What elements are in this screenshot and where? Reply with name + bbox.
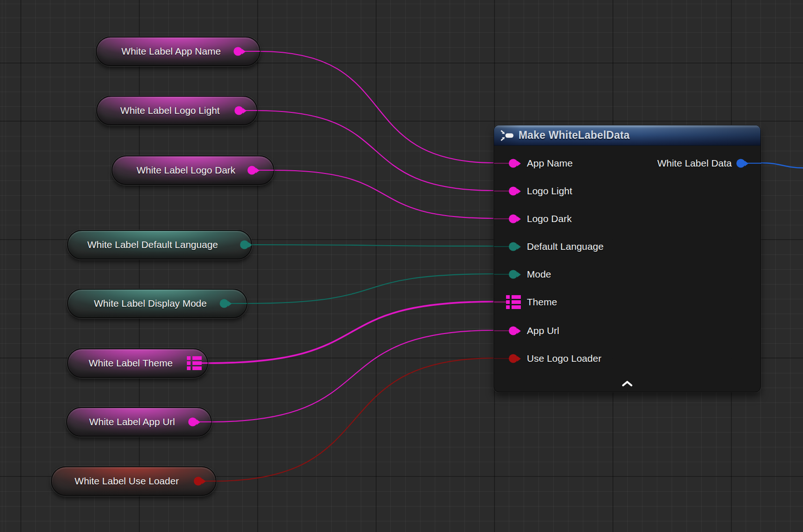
variable-node-label: White Label Use Loader	[74, 476, 192, 487]
node-get-white-label-logo-light[interactable]: White Label Logo Light	[96, 96, 258, 125]
theme-struct-input-pin[interactable]	[506, 295, 521, 309]
input-pin-label: Use Logo Loader	[527, 353, 601, 364]
mode-input-pin[interactable]	[509, 270, 518, 279]
variable-node-label: White Label Theme	[89, 358, 187, 369]
input-pin-label: Theme	[527, 297, 557, 308]
node-get-white-label-logo-dark[interactable]: White Label Logo Dark	[111, 155, 274, 185]
pin-wire-stub	[494, 358, 509, 359]
white-label-app-url-output-pin[interactable]	[188, 418, 197, 427]
input-pin-label: Default Language	[527, 241, 604, 252]
logo-light-input-pin[interactable]	[509, 187, 518, 196]
white-label-logo-light-output-pin[interactable]	[235, 106, 243, 115]
input-pin-label: App Url	[527, 325, 559, 336]
pin-wire-stub	[494, 274, 509, 275]
make-node-header[interactable]: Make WhiteLabelData	[494, 125, 760, 146]
node-get-white-label-use-loader[interactable]: White Label Use Loader	[51, 466, 216, 496]
pin-wire-stub	[741, 163, 761, 164]
node-get-white-label-app-name[interactable]: White Label App Name	[96, 37, 260, 66]
wire-0[interactable]	[259, 51, 494, 163]
output-pin-label: White Label Data	[657, 158, 732, 169]
make-node-title: Make WhiteLabelData	[519, 129, 630, 142]
input-pin-row-default-language: Default Language	[494, 237, 760, 256]
variable-node-label: White Label App Url	[89, 416, 189, 427]
wire-1[interactable]	[257, 111, 494, 191]
white-label-logo-dark-output-pin[interactable]	[247, 166, 256, 175]
pin-wire-stub	[494, 246, 509, 247]
input-pin-row-theme: Theme	[494, 293, 760, 311]
pin-wire-stub	[494, 330, 509, 331]
input-pin-row-logo-dark: Logo Dark	[494, 210, 760, 228]
white-label-theme-struct-output-pin[interactable]	[187, 356, 202, 370]
node-make-whitelabeldata[interactable]: Make WhiteLabelData App NameLogo LightLo…	[494, 125, 761, 392]
node-get-white-label-display-mode[interactable]: White Label Display Mode	[67, 289, 247, 318]
output-pin-row: White Label Data	[494, 154, 760, 173]
wire-6[interactable]	[211, 330, 494, 422]
pin-wire-stub	[494, 301, 507, 303]
wire-4[interactable]	[246, 274, 494, 303]
logo-dark-input-pin[interactable]	[509, 215, 518, 223]
pin-wire-stub	[494, 191, 509, 192]
input-pin-label: Logo Light	[527, 186, 572, 197]
app-url-input-pin[interactable]	[509, 327, 518, 335]
variable-node-label: White Label Display Mode	[94, 298, 221, 309]
white-label-app-name-output-pin[interactable]	[234, 47, 242, 56]
chevron-up-icon[interactable]	[621, 380, 634, 387]
input-pin-row-mode: Mode	[494, 265, 760, 284]
input-pin-row-app-url: App Url	[494, 322, 760, 340]
wire-2[interactable]	[273, 170, 494, 218]
wire-3[interactable]	[251, 245, 494, 246]
make-struct-icon	[500, 130, 514, 141]
variable-node-label: White Label App Name	[122, 46, 235, 57]
variable-node-label: White Label Logo Light	[120, 105, 234, 116]
variable-node-label: White Label Logo Dark	[136, 165, 249, 176]
node-get-white-label-app-url[interactable]: White Label App Url	[66, 407, 212, 437]
variable-node-label: White Label Default Language	[87, 239, 232, 250]
blueprint-graph-canvas[interactable]: White Label App NameWhite Label Logo Lig…	[0, 0, 803, 532]
node-get-white-label-default-language[interactable]: White Label Default Language	[67, 230, 252, 260]
node-get-white-label-theme[interactable]: White Label Theme	[67, 348, 208, 378]
white-label-default-language-output-pin[interactable]	[240, 241, 249, 249]
pin-wire-stub	[494, 218, 509, 219]
default-language-input-pin[interactable]	[509, 242, 518, 251]
use-logo-loader-input-pin[interactable]	[509, 354, 518, 363]
white-label-use-loader-output-pin[interactable]	[194, 477, 203, 486]
input-pin-row-logo-light: Logo Light	[494, 182, 760, 200]
input-pin-label: Logo Dark	[527, 213, 572, 224]
white-label-display-mode-output-pin[interactable]	[220, 299, 229, 308]
input-pin-label: Mode	[527, 269, 551, 280]
wire-8[interactable]	[760, 163, 803, 168]
input-pin-row-use-logo-loader: Use Logo Loader	[494, 349, 760, 368]
